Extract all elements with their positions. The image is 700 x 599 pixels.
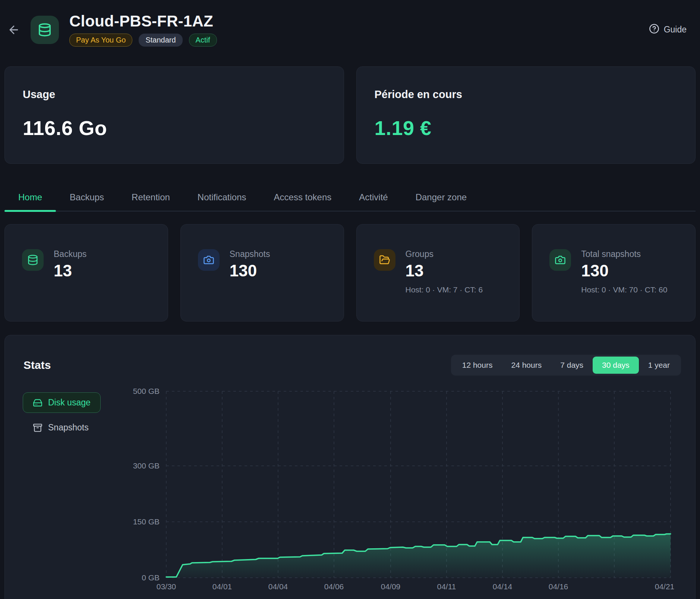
disk-usage-chart: 500 GB300 GB150 GB0 GB 03/3004/0104/0404…: [166, 391, 671, 578]
stat-card-total-snapshots: Total snapshots130Host: 0 · VM: 70 · CT:…: [532, 224, 696, 322]
stat-card-body: Total snapshots130Host: 0 · VM: 70 · CT:…: [581, 249, 667, 296]
usage-card: Usage 116.6 Go: [4, 66, 344, 164]
tab-backups[interactable]: Backups: [56, 187, 118, 211]
stat-card-snapshots: Snapshots130: [180, 224, 344, 322]
series-disk-usage-button[interactable]: Disk usage: [23, 392, 101, 413]
guide-label: Guide: [664, 25, 687, 35]
stat-card-value: 130: [581, 261, 667, 280]
stat-card-subtext: Host: 0 · VM: 7 · CT: 6: [406, 284, 483, 296]
tab-retention[interactable]: Retention: [118, 187, 184, 211]
stat-card-label: Total snapshots: [581, 249, 667, 259]
stat-card-label: Backups: [54, 249, 86, 259]
back-button[interactable]: [5, 21, 22, 38]
series-selector: Disk usageSnapshots: [23, 392, 101, 438]
camera-icon: [203, 254, 214, 266]
service-dashboard-page: Cloud-PBS-FR-1AZ Pay As You GoStandardAc…: [0, 0, 700, 599]
stat-cards-row: Backups13Snapshots130Groups13Host: 0 · V…: [4, 224, 696, 322]
x-axis-label: 04/04: [258, 582, 299, 591]
database-icon: [27, 254, 38, 266]
tab-access-tokens[interactable]: Access tokens: [260, 187, 346, 211]
badge-standard: Standard: [139, 34, 182, 47]
x-axis-label: 04/11: [426, 582, 467, 591]
series-snapshots-button[interactable]: Snapshots: [23, 417, 99, 438]
page-title: Cloud-PBS-FR-1AZ: [69, 13, 217, 30]
series-label: Disk usage: [48, 398, 91, 408]
stat-card-body: Groups13Host: 0 · VM: 7 · CT: 6: [406, 249, 483, 296]
badge-pay-as-you-go: Pay As You Go: [69, 34, 132, 47]
stat-card-label: Groups: [406, 249, 483, 259]
range-12-hours[interactable]: 12 hours: [453, 357, 502, 374]
x-axis-label: 04/06: [313, 582, 354, 591]
hard-drive-icon: [33, 398, 42, 408]
service-avatar: [31, 16, 59, 44]
y-axis-label: 0 GB: [122, 573, 160, 582]
stat-card-body: Backups13: [54, 249, 86, 280]
y-axis-label: 300 GB: [122, 461, 160, 470]
usage-card-title: Usage: [23, 88, 326, 101]
folder-open-icon: [379, 254, 390, 266]
stats-panel: Stats 12 hours24 hours7 days30 days1 yea…: [4, 335, 696, 599]
arrow-left-icon: [7, 23, 20, 36]
database-icon: [38, 23, 52, 37]
range-24-hours[interactable]: 24 hours: [502, 357, 551, 374]
x-axis-label: 04/09: [370, 582, 411, 591]
guide-link[interactable]: Guide: [649, 23, 687, 36]
camera-icon: [555, 254, 566, 266]
stat-icon-tile: [22, 249, 44, 271]
tab-bar: HomeBackupsRetentionNotificationsAccess …: [4, 187, 696, 211]
guide-icon-slot: [649, 23, 659, 36]
current-period-title: Période en cours: [375, 88, 678, 101]
time-range-picker: 12 hours24 hours7 days30 days1 year: [451, 355, 681, 376]
y-axis-label: 150 GB: [122, 517, 160, 526]
chart-plot-svg: [166, 391, 671, 578]
stat-card-backups: Backups13: [4, 224, 168, 322]
badge-actif: Actif: [189, 34, 217, 47]
summary-cards: Usage 116.6 Go Période en cours 1.19 €: [4, 66, 696, 164]
stat-icon-tile: [549, 249, 571, 271]
current-period-card: Période en cours 1.19 €: [356, 66, 696, 164]
tab-activite[interactable]: Activité: [345, 187, 401, 211]
y-axis-label: 500 GB: [122, 387, 160, 396]
stat-card-value: 13: [406, 261, 483, 280]
stat-icon-tile: [198, 249, 220, 271]
x-axis-label: 03/30: [146, 582, 187, 591]
tab-notifications[interactable]: Notifications: [184, 187, 260, 211]
stat-card-label: Snapshots: [230, 249, 270, 259]
stat-card-groups: Groups13Host: 0 · VM: 7 · CT: 6: [356, 224, 520, 322]
page-header: Cloud-PBS-FR-1AZ Pay As You GoStandardAc…: [4, 0, 696, 47]
stat-card-subtext: Host: 0 · VM: 70 · CT: 60: [581, 284, 667, 296]
stat-card-value: 13: [54, 261, 86, 280]
stat-card-value: 130: [230, 261, 270, 280]
tab-home[interactable]: Home: [4, 187, 56, 211]
title-block: Cloud-PBS-FR-1AZ Pay As You GoStandardAc…: [69, 13, 217, 47]
stats-title: Stats: [23, 359, 51, 371]
stat-icon-tile: [374, 249, 395, 271]
x-axis-label: 04/01: [202, 582, 243, 591]
series-label: Snapshots: [48, 423, 89, 433]
x-axis-label: 04/21: [644, 582, 685, 591]
range-7-days[interactable]: 7 days: [551, 357, 593, 374]
stat-card-body: Snapshots130: [230, 249, 270, 280]
x-axis-label: 04/16: [538, 582, 579, 591]
stats-header: Stats 12 hours24 hours7 days30 days1 yea…: [23, 355, 681, 376]
archive-icon: [33, 423, 42, 433]
tab-danger-zone[interactable]: Danger zone: [402, 187, 480, 211]
current-period-value: 1.19 €: [375, 116, 678, 139]
range-1-year[interactable]: 1 year: [639, 357, 679, 374]
range-30-days[interactable]: 30 days: [593, 357, 639, 374]
x-axis-label: 04/14: [482, 582, 523, 591]
usage-card-value: 116.6 Go: [23, 116, 326, 139]
badge-row: Pay As You GoStandardActif: [69, 34, 217, 47]
help-circle-icon: [649, 23, 659, 34]
